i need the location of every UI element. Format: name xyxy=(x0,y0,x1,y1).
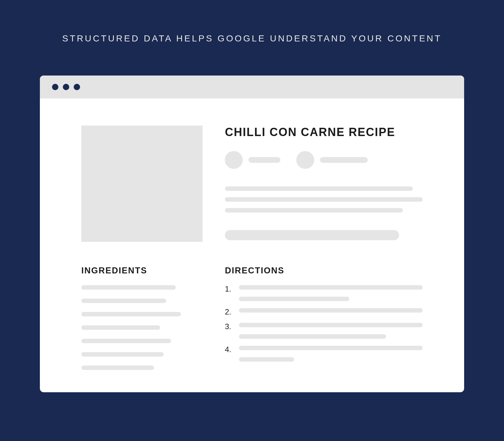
meta-item xyxy=(225,151,280,169)
page-content: CHILLI CON CARNE RECIPE xyxy=(40,98,464,392)
ingredient-placeholder xyxy=(81,325,160,330)
window-control-dot xyxy=(74,84,80,90)
ingredient-placeholder xyxy=(81,365,154,370)
text-placeholder xyxy=(239,308,423,313)
ingredients-list xyxy=(81,285,203,370)
direction-step: 1. xyxy=(225,285,423,301)
text-placeholder xyxy=(239,297,349,301)
meta-text-placeholder xyxy=(248,157,280,163)
direction-step: 3. xyxy=(225,323,423,339)
direction-step: 2. xyxy=(225,308,423,316)
directions-heading: DIRECTIONS xyxy=(225,266,423,276)
step-number: 3. xyxy=(225,323,233,339)
recipe-hero-image xyxy=(81,126,203,242)
text-placeholder xyxy=(225,186,413,191)
step-number: 4. xyxy=(225,346,233,362)
step-number: 1. xyxy=(225,285,233,301)
text-placeholder xyxy=(225,208,403,213)
top-section: CHILLI CON CARNE RECIPE xyxy=(81,126,423,242)
direction-step: 4. xyxy=(225,346,423,362)
ingredient-placeholder xyxy=(81,339,171,343)
summary-pill-placeholder xyxy=(225,230,399,240)
page-title: STRUCTURED DATA HELPS GOOGLE UNDERSTAND … xyxy=(0,0,504,76)
bottom-section: INGREDIENTS DIRECTIONS 1. xyxy=(81,266,423,370)
ingredients-heading: INGREDIENTS xyxy=(81,266,203,276)
meta-item xyxy=(296,151,368,169)
browser-chrome xyxy=(40,76,464,98)
recipe-header-col: CHILLI CON CARNE RECIPE xyxy=(225,126,423,242)
avatar-placeholder xyxy=(225,151,243,169)
step-number: 2. xyxy=(225,308,233,316)
recipe-meta-row xyxy=(225,151,423,169)
window-control-dot xyxy=(63,84,69,90)
window-control-dot xyxy=(52,84,58,90)
text-placeholder xyxy=(239,357,294,362)
meta-text-placeholder xyxy=(320,157,368,163)
avatar-placeholder xyxy=(296,151,314,169)
ingredient-placeholder xyxy=(81,285,176,290)
text-placeholder xyxy=(239,285,423,290)
text-placeholder xyxy=(239,323,423,327)
text-placeholder xyxy=(239,346,423,350)
description-lines xyxy=(225,186,423,213)
browser-window: CHILLI CON CARNE RECIPE xyxy=(40,76,464,392)
ingredients-column: INGREDIENTS xyxy=(81,266,203,370)
ingredient-placeholder xyxy=(81,299,166,303)
text-placeholder xyxy=(239,334,386,339)
ingredient-placeholder xyxy=(81,312,181,316)
recipe-title: CHILLI CON CARNE RECIPE xyxy=(225,126,423,139)
text-placeholder xyxy=(225,197,423,202)
ingredient-placeholder xyxy=(81,352,164,357)
directions-list: 1. 2. 3. xyxy=(225,285,423,362)
directions-column: DIRECTIONS 1. 2. xyxy=(225,266,423,370)
